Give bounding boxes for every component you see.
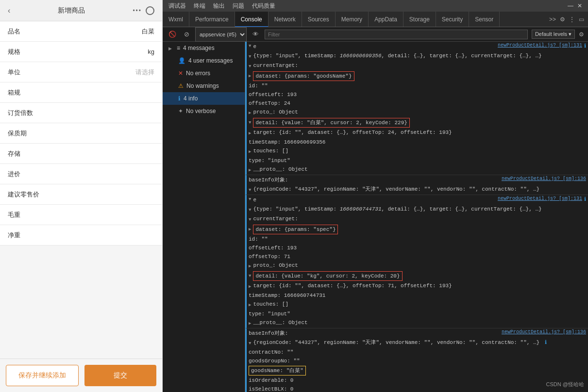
- devtools-panel: 调试器 终端 输出 问题 代码质量 — ✕ Wxml Performance C…: [163, 0, 588, 392]
- submit-button[interactable]: 提交: [84, 365, 156, 386]
- expand-baseinfo1-icon[interactable]: [249, 185, 251, 194]
- timestamp-row-1: timeStamp: 1666960699356: [247, 138, 588, 147]
- minimize-icon[interactable]: —: [568, 2, 573, 9]
- form-row-baozhiqi: 保质期: [0, 123, 162, 144]
- tab-storage[interactable]: Storage: [403, 12, 436, 27]
- clear-console-button[interactable]: 🚫: [167, 30, 178, 39]
- titlebar-debugger[interactable]: 调试器: [168, 2, 186, 10]
- tab-sensor[interactable]: Sensor: [469, 12, 500, 27]
- warnings-label: No warnings: [186, 82, 219, 89]
- value-guige[interactable]: kg: [43, 48, 154, 55]
- sidebar-item-info[interactable]: ℹ 4 info: [163, 92, 245, 105]
- touches-row-2: touches: []: [247, 300, 588, 310]
- expand-proto3-icon[interactable]: [249, 319, 251, 327]
- more-tabs-icon[interactable]: >>: [549, 16, 556, 23]
- circle-icon[interactable]: [146, 6, 154, 15]
- expand-touches2-icon[interactable]: [249, 300, 251, 309]
- errors-label: No errors: [186, 70, 210, 77]
- expand-detail-icon-1[interactable]: [249, 118, 251, 128]
- form-row-jingzhong: 净重: [0, 225, 162, 245]
- entry-2-label: e: [253, 196, 498, 204]
- proto3-row: __proto__: Object: [247, 318, 588, 328]
- goodsgroupno-row: goodsGroupNo: "": [247, 357, 588, 365]
- sidebar-item-user-messages[interactable]: 👤 4 user messages: [163, 54, 245, 67]
- expand-typeline-icon[interactable]: [249, 52, 251, 61]
- expand-typeline2-icon[interactable]: [249, 205, 251, 214]
- timestamp-value-2: timeStamp: 1666960744731: [249, 292, 325, 299]
- console-body: ≡ 4 messages 👤 4 user messages ✕ No erro…: [163, 42, 588, 392]
- save-continue-button[interactable]: 保存并继续添加: [6, 365, 79, 386]
- titlebar-terminal[interactable]: 终端: [194, 2, 205, 10]
- collapse-messages-icon[interactable]: [168, 45, 172, 51]
- form-row-danwei: 单位 请选择: [0, 62, 162, 82]
- expand-dataset-icon[interactable]: [249, 71, 251, 81]
- titlebar-quality[interactable]: 代码质量: [252, 2, 275, 10]
- back-icon[interactable]: ‹: [8, 6, 10, 15]
- goodsname-row: goodsName: "白菜": [247, 365, 588, 376]
- filter-input[interactable]: [265, 30, 528, 39]
- eye-icon-btn[interactable]: 👁: [251, 30, 261, 39]
- sidebar-item-warnings[interactable]: ⚠ No warnings: [163, 80, 245, 92]
- offsettop-row-2: offsetTop: 71: [247, 252, 588, 261]
- entry-1-source[interactable]: newProductDetail.js? [sm]:131: [498, 43, 582, 48]
- sidebar-item-errors[interactable]: ✕ No errors: [163, 67, 245, 80]
- value-danwei[interactable]: 请选择: [43, 68, 154, 77]
- tab-memory[interactable]: Memory: [336, 12, 369, 27]
- default-levels-dropdown[interactable]: Default levels ▾: [532, 30, 575, 39]
- baseinfo1-source[interactable]: newProductDetail.js? [sm]:136: [502, 176, 586, 181]
- form-row-dinghuobeishu: 订货倍数: [0, 103, 162, 123]
- titlebar-problems[interactable]: 问题: [233, 2, 244, 10]
- menu-icon[interactable]: ⋮: [569, 16, 575, 23]
- expand-touches-icon-1[interactable]: [249, 147, 251, 156]
- expand-icon-2[interactable]: [249, 196, 251, 202]
- tab-performance[interactable]: Performance: [189, 12, 235, 27]
- expand-icon-1[interactable]: [249, 43, 251, 49]
- console-entry-2: e newProductDetail.js? [sm]:131 ℹ {type:…: [245, 195, 588, 328]
- expand-proto-icon-1[interactable]: [249, 108, 251, 117]
- timestamp-value-1: timeStamp: 1666960699356: [249, 138, 325, 146]
- tab-network[interactable]: Network: [269, 12, 302, 27]
- titlebar-output[interactable]: 输出: [213, 2, 225, 10]
- expand-proto2-row-icon[interactable]: [249, 261, 251, 270]
- tab-appdata[interactable]: AppData: [369, 12, 403, 27]
- filter-icon-btn[interactable]: ⊘: [182, 30, 191, 39]
- sidebar-item-verbose[interactable]: ✦ No verbose: [163, 105, 245, 117]
- tab-sources[interactable]: Sources: [302, 12, 336, 27]
- entry-2-source[interactable]: newProductDetail.js? [sm]:131: [498, 196, 582, 201]
- tab-wxml[interactable]: Wxml: [163, 12, 189, 27]
- expand-baseinfo2-icon[interactable]: [249, 339, 251, 347]
- expand-target-icon-1[interactable]: [249, 129, 251, 137]
- baseinfo2-source[interactable]: newProductDetail.js? [sm]:136: [502, 329, 586, 335]
- goodsname-value: goodsName: "白菜": [249, 366, 306, 376]
- info-label: 4 info: [184, 95, 198, 102]
- form-row-jinjia: 进价: [0, 164, 162, 184]
- label-dinghuobeishu: 订货倍数: [8, 109, 43, 117]
- settings-icon[interactable]: ⚙: [560, 16, 565, 23]
- type-row-2: type: "input": [247, 310, 588, 318]
- sidebar-item-messages[interactable]: ≡ 4 messages: [163, 42, 245, 54]
- info-icon: ℹ: [178, 95, 181, 102]
- form-row-cunchu: 存储: [0, 144, 162, 164]
- expand-proto2-icon-1[interactable]: [249, 165, 251, 174]
- proto-value-1: proto_: Object: [253, 108, 298, 117]
- close-icon[interactable]: ✕: [577, 2, 582, 9]
- expand-target2-icon[interactable]: [249, 282, 251, 291]
- appservice-select[interactable]: appservice (#5): [195, 27, 247, 42]
- more-icon[interactable]: •••: [133, 7, 142, 14]
- expand-dataset2-icon[interactable]: [249, 225, 251, 234]
- offsettop-row-1: offsetTop: 24: [247, 99, 588, 108]
- proto-value-2: proto_: Object: [253, 261, 298, 270]
- tab-security[interactable]: Security: [436, 12, 469, 27]
- console-settings-icon[interactable]: ⚙: [579, 31, 584, 38]
- expand-currenttarget2-icon[interactable]: [249, 215, 251, 224]
- errors-icon: ✕: [178, 70, 183, 77]
- dock-icon[interactable]: ▭: [579, 16, 584, 23]
- contractno-value: contractNo: "": [249, 348, 293, 356]
- verbose-label: No verbose: [186, 108, 216, 114]
- expand-detail2-icon[interactable]: [249, 271, 251, 281]
- tab-console[interactable]: Console: [235, 12, 269, 27]
- label-lingshujia: 建议零售价: [8, 190, 43, 199]
- expand-currenttarget-icon[interactable]: [249, 62, 251, 70]
- currenttarget-label: currentTarget:: [253, 62, 298, 70]
- value-pinming[interactable]: 白菜: [43, 27, 154, 36]
